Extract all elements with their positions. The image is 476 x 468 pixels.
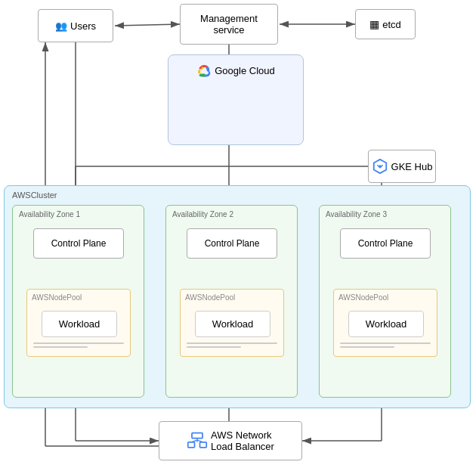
svg-line-2 [115, 24, 180, 26]
az1-label: Availability Zone 1 [19, 210, 80, 219]
az2-node-pool: AWSNodePool Workload [180, 289, 284, 357]
svg-rect-27 [192, 433, 202, 439]
az2-node-pool-lines [187, 342, 277, 350]
az3-node-pool-lines [340, 342, 431, 350]
az1-node-pool: AWSNodePool Workload [26, 289, 131, 357]
az3-node-pool: AWSNodePool Workload [333, 289, 437, 357]
users-label: Users [70, 20, 96, 32]
gke-hub-icon [372, 158, 388, 175]
line1 [340, 342, 431, 344]
az2-node-pool-label: AWSNodePool [185, 293, 235, 302]
line1 [33, 342, 124, 344]
line2 [33, 346, 88, 348]
etcd-box: ▦ etcd [355, 9, 416, 39]
aws-cluster-container: AWSCluster Availability Zone 1 Control P… [4, 185, 471, 408]
az1-workload-box: Workload [42, 311, 117, 337]
az3-container: Availability Zone 3 Control Plane AWSNod… [319, 205, 451, 398]
az1-node-pool-lines [33, 342, 124, 350]
az1-container: Availability Zone 1 Control Plane AWSNod… [12, 205, 144, 398]
svg-rect-29 [200, 442, 207, 448]
az3-node-pool-label: AWSNodePool [338, 293, 388, 302]
az3-workload-box: Workload [348, 311, 424, 337]
az2-label: Availability Zone 2 [172, 210, 233, 219]
users-box: 👥 Users [38, 9, 113, 42]
etcd-label: etcd [382, 19, 401, 30]
az1-node-pool-label: AWSNodePool [32, 293, 82, 302]
lb-icon [187, 430, 208, 451]
gke-hub-box: GKE Hub [368, 150, 436, 183]
gcp-logo-icon [196, 63, 212, 78]
az2-container: Availability Zone 2 Control Plane AWSNod… [165, 205, 298, 398]
az2-control-plane: Control Plane [187, 228, 277, 259]
line2 [340, 346, 394, 348]
az3-label: Availability Zone 3 [326, 210, 387, 219]
aws-cluster-label: AWSCluster [12, 191, 57, 200]
svg-point-26 [379, 165, 382, 168]
management-service-box: Management service [180, 4, 278, 45]
users-icon: 👥 [55, 20, 67, 32]
lb-label: AWS Network Load Balancer [211, 429, 274, 452]
svg-rect-28 [188, 442, 195, 448]
gke-hub-label: GKE Hub [391, 161, 433, 172]
az3-control-plane: Control Plane [340, 228, 431, 259]
load-balancer-box: AWS Network Load Balancer [159, 421, 302, 460]
line1 [187, 342, 277, 344]
az2-workload-box: Workload [195, 311, 270, 337]
az1-control-plane: Control Plane [33, 228, 124, 259]
architecture-diagram: 👥 Users Management service ▦ etcd Google… [0, 0, 476, 468]
mgmt-label: Management service [200, 13, 258, 36]
gcp-label: Google Cloud [196, 63, 275, 78]
etcd-icon: ▦ [369, 18, 379, 30]
line2 [187, 346, 241, 348]
gcp-text-label: Google Cloud [215, 65, 275, 76]
gcp-container: Google Cloud GKE Hub [168, 54, 304, 145]
